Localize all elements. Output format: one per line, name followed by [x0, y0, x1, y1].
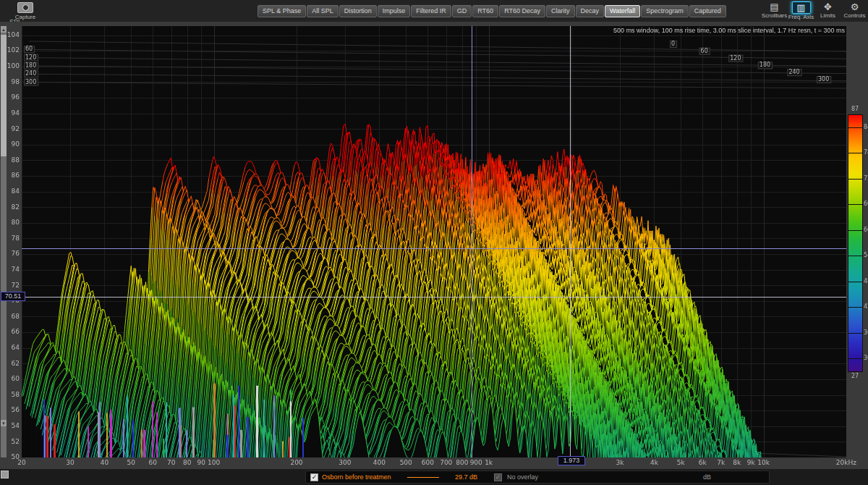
tool-label: Controls: [844, 12, 866, 19]
tool-limits[interactable]: ✥Limits: [814, 1, 841, 22]
tool-label: Limits: [820, 12, 835, 19]
tab-rt60[interactable]: RT60: [472, 5, 498, 17]
waterfall-graph-panel: 500 ms window, 100 ms rise time, 3.00 ms…: [0, 22, 868, 469]
top-toolbar: Capture SPL & PhaseAll SPLDistortionImpu…: [0, 0, 868, 22]
unit-label: dB: [703, 473, 711, 481]
tab-filtered-ir[interactable]: Filtered IR: [411, 5, 451, 17]
tab-captured[interactable]: Captured: [689, 5, 726, 17]
overlay-checkbox[interactable]: ✓: [494, 473, 502, 481]
controls-icon: ⚙: [846, 1, 864, 12]
tool-label: Scrollbars: [762, 12, 788, 19]
measurement-checkbox[interactable]: ✓: [310, 473, 318, 481]
measurement-name: Osborn before treatmen: [322, 473, 400, 481]
camera-icon: [17, 2, 33, 13]
y-cursor-value: 70.51: [1, 292, 25, 301]
tab-clarity[interactable]: Clarity: [546, 5, 575, 17]
measurement-legend: ✓ Osborn before treatmen 29.7 dB ✓ No ov…: [305, 471, 770, 484]
view-tabs: SPL & PhaseAll SPLDistortionImpulseFilte…: [258, 5, 727, 17]
tool-scrollbars[interactable]: ▤Scrollbars: [761, 1, 788, 22]
overlay-label: No overlay: [507, 473, 538, 481]
waterfall-plot-canvas[interactable]: [0, 22, 868, 469]
tab-gd[interactable]: GD: [452, 5, 472, 17]
bottom-bar: ✓ Osborn before treatmen 29.7 dB ✓ No ov…: [0, 469, 868, 485]
scrollbars-icon: ▤: [766, 1, 783, 12]
tool-controls[interactable]: ⚙Controls: [841, 1, 868, 22]
graph-tools: ▤Scrollbars▥Freq. Axis✥Limits⚙Controls: [761, 1, 868, 22]
tab-distortion[interactable]: Distortion: [339, 5, 377, 17]
freq-axis-icon: ▥: [792, 1, 811, 14]
x-cursor-value: 1.973: [558, 456, 585, 465]
tool-label: Freq. Axis: [788, 14, 814, 20]
capture-button[interactable]: Capture: [10, 1, 41, 20]
window-info-text: 500 ms window, 100 ms rise time, 3.00 ms…: [613, 27, 845, 34]
measurement-color-swatch: [407, 477, 439, 478]
scrollbar-corner[interactable]: [1, 471, 9, 478]
tab-rt60-decay[interactable]: RT60 Decay: [499, 5, 545, 17]
tab-waterfall[interactable]: Waterfall: [605, 5, 640, 17]
measurement-value: 29.7 dB: [455, 473, 490, 481]
tool-freq-axis[interactable]: ▥Freq. Axis: [788, 1, 814, 22]
limits-icon: ✥: [820, 1, 837, 12]
tab-decay[interactable]: Decay: [576, 5, 605, 17]
tab-spl-phase[interactable]: SPL & Phase: [258, 5, 306, 17]
tab-all-spl[interactable]: All SPL: [307, 5, 339, 17]
tab-impulse[interactable]: Impulse: [378, 5, 411, 17]
tab-spectrogram[interactable]: Spectrogram: [641, 5, 689, 17]
